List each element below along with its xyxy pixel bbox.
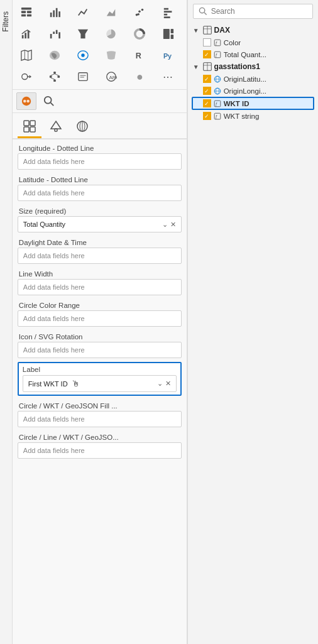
svg-marker-9: [107, 9, 116, 16]
svg-rect-44: [57, 75, 60, 78]
checkbox-origin-latu[interactable]: [203, 75, 211, 83]
svg-rect-61: [24, 127, 29, 132]
tree-item-wkt-id-label: WKT ID: [224, 100, 249, 107]
field-placeholder-icon-svg-rotation: Add data fields here: [23, 346, 85, 354]
search-input[interactable]: [211, 7, 307, 16]
svg-rect-62: [30, 127, 35, 132]
svg-point-12: [141, 9, 144, 11]
icon-combo[interactable]: [15, 24, 38, 44]
icon-key-influencers[interactable]: [15, 67, 38, 87]
icon-waterfall[interactable]: [43, 24, 66, 44]
svg-rect-63: [55, 129, 57, 131]
field-group-icon-svg-rotation: Icon / SVG Rotation Add data fields here: [18, 330, 182, 358]
svg-point-56: [26, 100, 30, 103]
tree-group-dax[interactable]: ▼ DAX: [192, 24, 314, 36]
globe-icon-origin-latu: [214, 75, 221, 83]
field-label-size-required: Size (required): [18, 205, 182, 216]
table-icon-gasstations: [203, 62, 212, 71]
field-dropzone-longitude-dotted[interactable]: Add data fields here: [18, 153, 182, 170]
tree-group-gasstations[interactable]: ▼ gasstations1: [192, 60, 314, 73]
tree-item-origin-longi[interactable]: OriginLongi...: [192, 85, 314, 97]
icon-panel: R Py ARC ● ⋯: [13, 0, 187, 644]
field-dropzone-size-required[interactable]: Total Quantity ⌄ ✕: [18, 216, 182, 232]
checkbox-color[interactable]: [203, 38, 211, 46]
icon-decomp-tree[interactable]: [43, 67, 66, 87]
svg-rect-28: [170, 29, 173, 33]
field-group-daylight-datetime: Daylight Date & Time Add data fields her…: [18, 236, 182, 264]
icon-filled-map[interactable]: [43, 45, 66, 65]
field-placeholder-latitude-dotted: Add data fields here: [23, 189, 85, 197]
calc-icon-wkt-string: ƒ: [214, 112, 221, 120]
icon-area-chart[interactable]: [100, 3, 123, 23]
field-controls-size-required[interactable]: ⌄ ✕: [162, 221, 176, 229]
tree-group-dax-label: DAX: [214, 26, 230, 35]
search-bar[interactable]: [193, 4, 313, 19]
field-controls-label[interactable]: ⌄ ✕: [157, 379, 171, 388]
field-dropzone-icon-svg-rotation[interactable]: Add data fields here: [18, 342, 182, 358]
svg-point-67: [199, 8, 204, 13]
field-dropzone-circle-color-range[interactable]: Add data fields here: [18, 310, 182, 327]
icon-line-chart[interactable]: [72, 3, 94, 23]
field-placeholder-daylight-datetime: Add data fields here: [23, 252, 85, 259]
tree-group-gasstations-label: gasstations1: [214, 62, 260, 71]
icon-bar-chart[interactable]: [43, 3, 66, 23]
svg-rect-17: [163, 16, 170, 18]
svg-rect-42: [53, 72, 56, 74]
icon-r-visual[interactable]: R: [128, 45, 151, 65]
svg-rect-29: [170, 35, 173, 39]
icon-scatter[interactable]: [128, 3, 151, 23]
field-dropzone-circle-line-wkt[interactable]: Add data fields here: [18, 442, 182, 459]
svg-text:ƒ: ƒ: [215, 53, 217, 58]
svg-line-58: [51, 103, 54, 106]
checkbox-wkt-id[interactable]: [203, 99, 211, 107]
field-dropzone-label[interactable]: First WKT ID 🖱 ⌄ ✕: [23, 375, 177, 392]
globe-icon-origin-longi: [214, 87, 221, 95]
icon-search-visuals[interactable]: [39, 92, 59, 110]
filters-tab[interactable]: Filters: [0, 0, 13, 644]
tab-format[interactable]: [44, 116, 68, 138]
icon-esri[interactable]: ARC: [100, 67, 123, 87]
svg-rect-8: [58, 11, 60, 17]
tree-item-wkt-id[interactable]: ƒ WKT ID: [192, 97, 314, 110]
checkbox-wkt-string[interactable]: [203, 112, 211, 120]
tree-section: ▼ DAX ƒ Color ƒ Total Quant...: [188, 23, 318, 644]
icon-bar-horiz[interactable]: [157, 3, 180, 23]
icon-pie[interactable]: [100, 24, 123, 44]
icon-custom-visual-selected[interactable]: [16, 92, 36, 110]
tree-item-total-quant[interactable]: ƒ Total Quant...: [192, 48, 314, 60]
icon-table[interactable]: [15, 3, 38, 23]
field-label-circle-wkt-fill: Circle / WKT / GeoJSON Fill ...: [18, 400, 182, 411]
svg-point-13: [138, 13, 140, 16]
svg-rect-20: [28, 31, 30, 39]
svg-marker-25: [78, 30, 88, 38]
chevron-down-icon: ⌄: [162, 221, 168, 229]
icon-more[interactable]: ⋯: [157, 67, 180, 87]
icon-treemap[interactable]: [157, 24, 180, 44]
icon-custom[interactable]: ●: [128, 67, 151, 87]
icon-map[interactable]: [15, 45, 38, 65]
icon-funnel[interactable]: [72, 24, 94, 44]
field-dropzone-daylight-datetime[interactable]: Add data fields here: [18, 248, 182, 264]
icon-donut[interactable]: [128, 24, 151, 44]
svg-point-54: [22, 97, 31, 106]
tab-fields[interactable]: [18, 116, 41, 138]
tree-item-origin-latu[interactable]: OriginLatitu...: [192, 73, 314, 85]
icon-shape-map[interactable]: [100, 45, 123, 65]
tree-item-wkt-string[interactable]: ƒ WKT string: [192, 110, 314, 122]
svg-rect-2: [27, 11, 31, 13]
filters-label: Filters: [0, 6, 11, 37]
clear-icon-label[interactable]: ✕: [165, 379, 171, 388]
icon-py-visual[interactable]: Py: [157, 45, 180, 65]
field-placeholder-circle-color-range: Add data fields here: [23, 315, 85, 322]
field-dropzone-circle-wkt-fill[interactable]: Add data fields here: [18, 411, 182, 427]
svg-marker-30: [21, 50, 31, 60]
checkbox-total-quant[interactable]: [203, 50, 211, 58]
icon-azure-map[interactable]: [72, 45, 94, 65]
tree-item-color[interactable]: ƒ Color: [192, 36, 314, 48]
icon-smart-narr[interactable]: [72, 67, 94, 87]
tab-analytics[interactable]: [70, 116, 94, 138]
checkbox-origin-longi[interactable]: [203, 87, 211, 95]
field-dropzone-line-width[interactable]: Add data fields here: [18, 279, 182, 295]
field-dropzone-latitude-dotted[interactable]: Add data fields here: [18, 185, 182, 201]
clear-icon[interactable]: ✕: [170, 221, 176, 229]
